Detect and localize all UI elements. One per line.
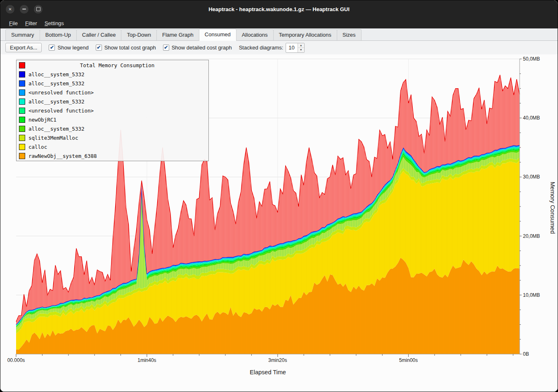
x-tick-label: 5min00s: [399, 357, 418, 363]
legend-entry-label: calloc: [28, 144, 47, 150]
menubar: FileFilterSettings: [0, 18, 558, 28]
legend-entry-label: alloc__system_5332: [28, 99, 84, 105]
legend-entry-label: alloc__system_5332: [28, 71, 84, 77]
stacked-diagrams-label: Stacked diagrams:: [239, 45, 284, 51]
stacked-diagrams-spinbox[interactable]: 10 ▲▼: [286, 43, 304, 53]
legend-swatch: [19, 117, 25, 123]
legend-entry: <unresolved function>: [17, 106, 208, 115]
legend-entry-label: <unresolved function>: [28, 89, 94, 96]
menu-settings[interactable]: Settings: [41, 19, 68, 28]
legend-entry: alloc__system_5332: [17, 124, 208, 133]
tab-bottom-up[interactable]: Bottom-Up: [40, 29, 77, 40]
titlebar-controls: [0, 5, 43, 14]
close-icon: [8, 7, 12, 12]
checkbox-show-detailed-cost-graph[interactable]: ✔Show detailed cost graph: [163, 45, 232, 51]
checkbox-box: ✔: [49, 45, 55, 51]
legend-swatch: [19, 108, 25, 114]
legend-swatch: [19, 135, 25, 141]
legend-entry-label: alloc__system_5332: [28, 80, 84, 87]
titlebar: Heaptrack - heaptrack.wakunode.1.gz — He…: [0, 0, 558, 18]
check-icon: ✔: [50, 45, 54, 50]
legend-entry: rawNewObj__system_6388: [17, 151, 208, 160]
y-tick-label: 50,0MB: [523, 56, 540, 62]
legend-entry: alloc__system_5332: [17, 79, 208, 88]
legend-swatch: [19, 89, 25, 96]
legend-swatch: [19, 144, 25, 150]
y-tick-label: 20,0MB: [523, 233, 540, 239]
spinbox-value: 10: [286, 43, 297, 52]
check-icon: ✔: [97, 45, 101, 50]
chart-area: 00.000s1min40s3min20s5min00s0B10,0MB20,0…: [0, 54, 558, 392]
legend-swatch: [19, 153, 25, 159]
tab-caller-callee[interactable]: Caller / Callee: [76, 29, 122, 40]
spinbox-down-icon[interactable]: ▼: [298, 48, 304, 52]
legend-entry-label: newObjRC1: [28, 117, 57, 123]
legend-entry-label: rawNewObj__system_6388: [28, 153, 97, 159]
y-tick-label: 10,0MB: [523, 292, 540, 298]
legend-swatch: [19, 71, 25, 77]
legend-entry: <unresolved function>: [17, 88, 208, 97]
y-axis-title: Memory Consumed: [549, 182, 556, 234]
maximize-icon: [36, 7, 40, 11]
legend-swatch: [19, 126, 25, 132]
checkbox-label: Show total cost graph: [104, 45, 156, 51]
tab-sizes[interactable]: Sizes: [337, 29, 362, 40]
legend-entry: sqlite3MemMalloc: [17, 133, 208, 142]
tab-consumed[interactable]: Consumed: [199, 29, 236, 41]
checkbox-show-legend[interactable]: ✔Show legend: [49, 45, 88, 51]
tab-flame-graph[interactable]: Flame Graph: [156, 29, 199, 40]
y-tick-label: 0B: [523, 351, 529, 357]
spinbox-up-icon[interactable]: ▲: [298, 43, 304, 48]
legend-entry-label: sqlite3MemMalloc: [28, 135, 78, 141]
checkbox-box: ✔: [96, 45, 102, 51]
checkbox-box: ✔: [163, 45, 169, 51]
tab-allocations[interactable]: Allocations: [236, 29, 274, 40]
legend-total-swatch: [19, 62, 25, 68]
tabbar: SummaryBottom-UpCaller / CalleeTop-DownF…: [0, 28, 558, 41]
spinbox-buttons: ▲▼: [298, 43, 304, 52]
close-button[interactable]: [6, 5, 14, 14]
window-title: Heaptrack - heaptrack.wakunode.1.gz — He…: [50, 6, 508, 12]
x-axis-title: Elapsed Time: [250, 369, 286, 376]
legend-entries: alloc__system_5332alloc__system_5332<unr…: [17, 70, 208, 160]
x-tick-label: 1min40s: [137, 357, 156, 363]
legend-entry: alloc__system_5332: [17, 97, 208, 106]
legend-swatch: [19, 80, 25, 87]
y-tick-label: 40,0MB: [523, 115, 540, 121]
legend-title-row: Total Memory Consumption: [17, 61, 208, 70]
tab-top-down[interactable]: Top-Down: [121, 29, 157, 40]
menu-file[interactable]: File: [5, 19, 21, 28]
y-tick-label: 30,0MB: [523, 174, 540, 180]
minimize-button[interactable]: [20, 5, 28, 14]
toolbar-checkboxes: ✔Show legend✔Show total cost graph✔Show …: [49, 45, 232, 51]
checkbox-label: Show detailed cost graph: [172, 45, 232, 51]
heaptrack-window: Heaptrack - heaptrack.wakunode.1.gz — He…: [0, 0, 558, 392]
legend-entry: alloc__system_5332: [17, 70, 208, 79]
checkbox-show-total-cost-graph[interactable]: ✔Show total cost graph: [96, 45, 156, 51]
x-tick-label: 00.000s: [7, 357, 25, 363]
tab-summary[interactable]: Summary: [5, 29, 40, 40]
maximize-button[interactable]: [34, 5, 43, 14]
chart-legend: Total Memory Consumption alloc__system_5…: [16, 60, 209, 161]
menu-filter[interactable]: Filter: [21, 19, 41, 28]
legend-entry: newObjRC1: [17, 115, 208, 124]
x-tick-label: 3min20s: [268, 357, 287, 363]
toolbar: Export As... ✔Show legend✔Show total cos…: [0, 41, 558, 54]
legend-entry-label: <unresolved function>: [28, 108, 94, 114]
checkbox-label: Show legend: [57, 45, 88, 51]
minimize-icon: [22, 9, 26, 9]
legend-swatch: [19, 99, 25, 105]
legend-entry-label: alloc__system_5332: [28, 126, 84, 132]
tab-temporary-allocations[interactable]: Temporary Allocations: [273, 29, 337, 40]
export-as-button[interactable]: Export As...: [5, 43, 42, 52]
legend-entry: calloc: [17, 142, 208, 151]
check-icon: ✔: [164, 45, 168, 50]
legend-title: Total Memory Consumption: [28, 62, 206, 68]
